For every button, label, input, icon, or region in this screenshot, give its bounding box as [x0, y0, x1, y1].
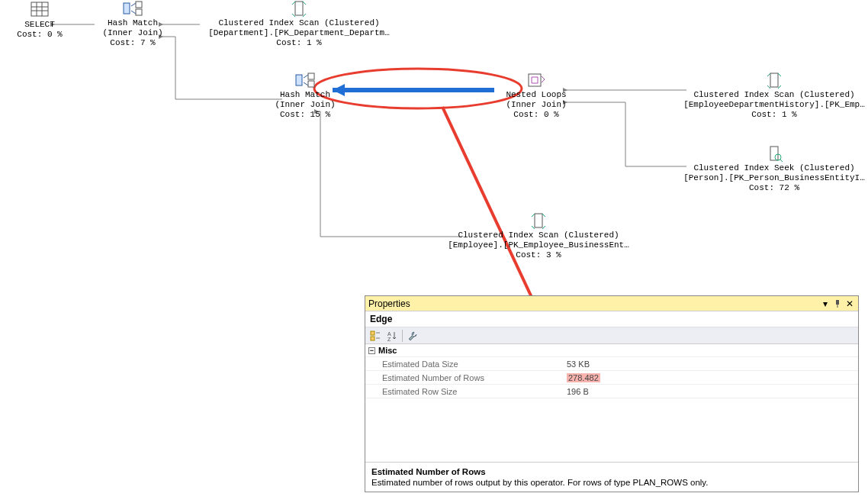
index-scan-icon: [764, 72, 784, 89]
svg-rect-28: [371, 337, 375, 340]
op-sub: [EmployeeDepartmentHistory].[PK_Emp…: [683, 100, 865, 109]
op-sub: [Employee].[PK_Employee_BusinessEnt…: [448, 240, 629, 250]
op-nested-loops[interactable]: Nested Loops (Inner Join) Cost: 0 %: [494, 72, 578, 120]
prop-row[interactable]: Estimated Data Size 53 KB: [365, 357, 858, 371]
prop-value: 278.482: [564, 373, 858, 382]
svg-rect-19: [529, 74, 541, 86]
alphabetical-button[interactable]: AZ: [385, 329, 399, 343]
svg-rect-20: [770, 73, 778, 87]
op-sub: (Inner Join): [275, 100, 335, 109]
wrench-button[interactable]: [406, 329, 420, 343]
properties-object: Edge: [365, 311, 858, 327]
svg-text:Z: Z: [387, 337, 391, 341]
collapse-icon[interactable]: −: [368, 347, 375, 354]
svg-rect-13: [136, 2, 142, 8]
categorized-button[interactable]: [368, 329, 382, 343]
op-sub: [Person].[PK_Person_BusinessEntityI…: [683, 173, 865, 182]
svg-rect-16: [296, 75, 302, 85]
op-cost: Cost: 0 %: [513, 110, 558, 119]
nested-loops-icon: [526, 72, 546, 89]
svg-line-23: [780, 160, 783, 162]
prop-value: 53 KB: [564, 360, 858, 369]
close-icon[interactable]: ✕: [844, 298, 855, 309]
prop-value: 196 B: [564, 387, 858, 396]
hash-match-icon: [294, 72, 316, 89]
svg-rect-27: [371, 331, 375, 335]
op-cost: Cost: 1 %: [276, 38, 321, 47]
properties-titlebar[interactable]: Properties ▾ ✕: [365, 296, 858, 311]
op-label: Hash Match: [280, 90, 330, 99]
properties-grid: − Misc Estimated Data Size 53 KB Estimat…: [365, 344, 858, 462]
op-label: Nested Loops: [506, 90, 566, 99]
svg-rect-15: [295, 2, 303, 15]
op-label: Clustered Index Scan (Clustered): [458, 231, 619, 240]
properties-title: Properties: [368, 298, 820, 309]
prop-name: Estimated Data Size: [365, 360, 564, 369]
svg-rect-25: [836, 300, 839, 305]
op-seek-person[interactable]: Clustered Index Seek (Clustered) [Person…: [680, 145, 868, 193]
svg-text:A: A: [387, 331, 391, 337]
select-icon: [29, 0, 50, 18]
op-cis-employee[interactable]: Clustered Index Scan (Clustered) [Employ…: [439, 212, 638, 260]
properties-toolbar: AZ: [365, 327, 858, 344]
op-cost: Cost: 7 %: [110, 38, 155, 47]
op-cost: Cost: 1 %: [751, 110, 796, 119]
pin-icon[interactable]: [832, 298, 843, 309]
op-hash-match-1[interactable]: Hash Match (Inner Join) Cost: 7 %: [95, 0, 171, 48]
svg-rect-18: [308, 81, 314, 87]
section-label: Misc: [378, 346, 397, 355]
prop-name: Estimated Row Size: [365, 387, 564, 396]
op-cost: Cost: 3 %: [516, 250, 561, 260]
dropdown-icon[interactable]: ▾: [820, 298, 831, 309]
op-label: Hash Match: [108, 18, 158, 27]
op-label: Clustered Index Scan (Clustered): [218, 18, 379, 27]
misc-section-header[interactable]: − Misc: [365, 344, 858, 357]
op-cost: Cost: 72 %: [749, 183, 799, 192]
op-sub: [Department].[PK_Department_Departm…: [208, 28, 390, 37]
svg-rect-12: [124, 3, 130, 14]
execution-plan-canvas[interactable]: SELECT Cost: 0 % Hash Match (Inner Join)…: [0, 0, 868, 503]
op-sub: (Inner Join): [506, 100, 566, 109]
op-cis-department[interactable]: Clustered Index Scan (Clustered) [Depart…: [200, 0, 398, 48]
desc-body: Estimated number of rows output by this …: [371, 478, 852, 487]
hash-match-icon: [122, 0, 143, 17]
op-select[interactable]: SELECT Cost: 0 %: [9, 0, 70, 40]
op-hash-match-2[interactable]: Hash Match (Inner Join) Cost: 15 %: [267, 72, 343, 120]
svg-rect-17: [308, 73, 314, 79]
op-label: Clustered Index Seek (Clustered): [693, 163, 854, 173]
desc-title: Estimated Number of Rows: [371, 467, 852, 476]
prop-row[interactable]: Estimated Row Size 196 B: [365, 385, 858, 398]
prop-row-highlighted[interactable]: Estimated Number of Rows 278.482: [365, 371, 858, 385]
op-sub: (Inner Join): [102, 28, 162, 37]
op-cost: Cost: 15 %: [280, 110, 330, 119]
svg-rect-7: [31, 2, 48, 16]
svg-rect-24: [535, 214, 542, 227]
svg-rect-14: [136, 9, 142, 15]
svg-rect-21: [770, 147, 778, 160]
properties-description: Estimated Number of Rows Estimated numbe…: [365, 462, 858, 492]
properties-panel: Properties ▾ ✕ Edge AZ −: [365, 295, 859, 492]
index-seek-icon: [764, 145, 784, 162]
index-scan-icon: [289, 0, 309, 17]
op-cis-edh[interactable]: Clustered Index Scan (Clustered) [Employ…: [680, 72, 868, 120]
prop-name: Estimated Number of Rows: [365, 373, 564, 382]
svg-point-5: [314, 69, 522, 108]
op-label: SELECT: [24, 20, 55, 29]
op-cost: Cost: 0 %: [17, 30, 62, 39]
op-label: Clustered Index Scan (Clustered): [693, 90, 854, 99]
index-scan-icon: [529, 212, 548, 229]
